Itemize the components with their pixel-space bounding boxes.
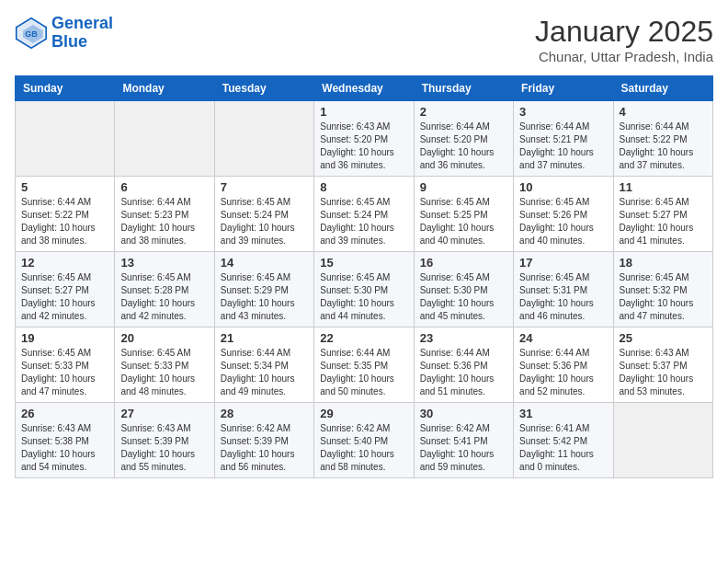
day-info: Sunrise: 6:43 AM Sunset: 5:37 PM Dayligh… bbox=[620, 347, 707, 398]
day-info: Sunrise: 6:45 AM Sunset: 5:29 PM Dayligh… bbox=[221, 271, 308, 323]
calendar-cell: 5Sunrise: 6:44 AM Sunset: 5:22 PM Daylig… bbox=[16, 177, 115, 252]
day-info: Sunrise: 6:41 AM Sunset: 5:42 PM Dayligh… bbox=[519, 422, 607, 474]
page-header: GB General Blue January 2025 Chunar, Utt… bbox=[15, 15, 713, 64]
calendar-cell: 10Sunrise: 6:45 AM Sunset: 5:26 PM Dayli… bbox=[514, 177, 613, 252]
day-number: 17 bbox=[519, 256, 607, 270]
day-number: 1 bbox=[320, 105, 407, 119]
day-info: Sunrise: 6:45 AM Sunset: 5:26 PM Dayligh… bbox=[519, 196, 607, 247]
calendar-header-row: SundayMondayTuesdayWednesdayThursdayFrid… bbox=[16, 76, 713, 101]
day-number: 30 bbox=[420, 407, 507, 420]
calendar-cell: 9Sunrise: 6:45 AM Sunset: 5:25 PM Daylig… bbox=[414, 177, 513, 252]
day-info: Sunrise: 6:45 AM Sunset: 5:31 PM Dayligh… bbox=[519, 271, 607, 323]
day-info: Sunrise: 6:45 AM Sunset: 5:25 PM Dayligh… bbox=[420, 196, 507, 247]
calendar-cell: 28Sunrise: 6:42 AM Sunset: 5:39 PM Dayli… bbox=[214, 403, 313, 478]
day-info: Sunrise: 6:44 AM Sunset: 5:20 PM Dayligh… bbox=[420, 121, 507, 172]
day-info: Sunrise: 6:44 AM Sunset: 5:36 PM Dayligh… bbox=[519, 347, 607, 398]
calendar-cell: 14Sunrise: 6:45 AM Sunset: 5:29 PM Dayli… bbox=[214, 252, 313, 327]
day-number: 31 bbox=[519, 407, 607, 420]
logo: GB General Blue bbox=[15, 15, 113, 52]
calendar-cell bbox=[214, 101, 313, 177]
calendar-week-row: 19Sunrise: 6:45 AM Sunset: 5:33 PM Dayli… bbox=[16, 327, 713, 403]
calendar-cell bbox=[613, 403, 712, 478]
calendar-cell: 13Sunrise: 6:45 AM Sunset: 5:28 PM Dayli… bbox=[115, 252, 214, 327]
day-number: 2 bbox=[420, 105, 507, 119]
day-info: Sunrise: 6:45 AM Sunset: 5:32 PM Dayligh… bbox=[620, 271, 707, 323]
day-number: 27 bbox=[120, 407, 208, 420]
calendar-cell: 26Sunrise: 6:43 AM Sunset: 5:38 PM Dayli… bbox=[16, 403, 115, 478]
day-info: Sunrise: 6:45 AM Sunset: 5:33 PM Dayligh… bbox=[120, 347, 208, 398]
day-info: Sunrise: 6:45 AM Sunset: 5:24 PM Dayligh… bbox=[320, 196, 407, 247]
calendar-cell: 1Sunrise: 6:43 AM Sunset: 5:20 PM Daylig… bbox=[314, 101, 414, 177]
day-number: 23 bbox=[420, 331, 507, 345]
calendar-cell: 19Sunrise: 6:45 AM Sunset: 5:33 PM Dayli… bbox=[16, 327, 115, 403]
day-number: 6 bbox=[120, 180, 208, 194]
day-header-saturday: Saturday bbox=[613, 76, 712, 101]
title-block: January 2025 Chunar, Uttar Pradesh, Indi… bbox=[535, 15, 713, 64]
calendar-cell: 22Sunrise: 6:44 AM Sunset: 5:35 PM Dayli… bbox=[314, 327, 414, 403]
calendar-cell: 11Sunrise: 6:45 AM Sunset: 5:27 PM Dayli… bbox=[613, 177, 712, 252]
calendar-cell: 15Sunrise: 6:45 AM Sunset: 5:30 PM Dayli… bbox=[314, 252, 414, 327]
calendar-cell: 2Sunrise: 6:44 AM Sunset: 5:20 PM Daylig… bbox=[414, 101, 513, 177]
day-info: Sunrise: 6:43 AM Sunset: 5:39 PM Dayligh… bbox=[120, 422, 208, 474]
day-info: Sunrise: 6:44 AM Sunset: 5:21 PM Dayligh… bbox=[519, 121, 607, 172]
day-number: 26 bbox=[21, 407, 108, 420]
day-number: 4 bbox=[620, 105, 707, 119]
calendar-table: SundayMondayTuesdayWednesdayThursdayFrid… bbox=[15, 75, 713, 478]
day-header-sunday: Sunday bbox=[16, 76, 115, 101]
day-info: Sunrise: 6:42 AM Sunset: 5:39 PM Dayligh… bbox=[221, 422, 308, 474]
day-number: 13 bbox=[120, 256, 208, 270]
day-info: Sunrise: 6:44 AM Sunset: 5:34 PM Dayligh… bbox=[221, 347, 308, 398]
calendar-cell: 17Sunrise: 6:45 AM Sunset: 5:31 PM Dayli… bbox=[514, 252, 613, 327]
calendar-cell: 7Sunrise: 6:45 AM Sunset: 5:24 PM Daylig… bbox=[214, 177, 313, 252]
day-header-friday: Friday bbox=[514, 76, 613, 101]
day-number: 15 bbox=[320, 256, 407, 270]
day-info: Sunrise: 6:45 AM Sunset: 5:28 PM Dayligh… bbox=[120, 271, 208, 323]
calendar-cell: 21Sunrise: 6:44 AM Sunset: 5:34 PM Dayli… bbox=[214, 327, 313, 403]
calendar-week-row: 26Sunrise: 6:43 AM Sunset: 5:38 PM Dayli… bbox=[16, 403, 713, 478]
logo-icon: GB bbox=[15, 17, 48, 50]
day-number: 5 bbox=[21, 180, 108, 194]
month-title: January 2025 bbox=[535, 15, 713, 49]
day-number: 9 bbox=[420, 180, 507, 194]
day-info: Sunrise: 6:44 AM Sunset: 5:23 PM Dayligh… bbox=[120, 196, 208, 247]
day-number: 24 bbox=[519, 331, 607, 345]
logo-line1: General bbox=[51, 14, 113, 32]
day-info: Sunrise: 6:43 AM Sunset: 5:20 PM Dayligh… bbox=[320, 121, 407, 172]
calendar-cell: 20Sunrise: 6:45 AM Sunset: 5:33 PM Dayli… bbox=[115, 327, 214, 403]
day-number: 3 bbox=[519, 105, 607, 119]
day-number: 22 bbox=[320, 331, 407, 345]
calendar-cell: 3Sunrise: 6:44 AM Sunset: 5:21 PM Daylig… bbox=[514, 101, 613, 177]
day-info: Sunrise: 6:44 AM Sunset: 5:22 PM Dayligh… bbox=[620, 121, 707, 172]
day-info: Sunrise: 6:44 AM Sunset: 5:35 PM Dayligh… bbox=[320, 347, 407, 398]
svg-text:GB: GB bbox=[25, 29, 38, 38]
day-number: 29 bbox=[320, 407, 407, 420]
calendar-cell: 29Sunrise: 6:42 AM Sunset: 5:40 PM Dayli… bbox=[314, 403, 414, 478]
calendar-cell: 24Sunrise: 6:44 AM Sunset: 5:36 PM Dayli… bbox=[514, 327, 613, 403]
calendar-cell: 27Sunrise: 6:43 AM Sunset: 5:39 PM Dayli… bbox=[115, 403, 214, 478]
day-header-thursday: Thursday bbox=[414, 76, 513, 101]
day-number: 21 bbox=[221, 331, 308, 345]
calendar-cell: 25Sunrise: 6:43 AM Sunset: 5:37 PM Dayli… bbox=[613, 327, 712, 403]
day-number: 11 bbox=[620, 180, 707, 194]
day-number: 28 bbox=[221, 407, 308, 420]
day-header-monday: Monday bbox=[115, 76, 214, 101]
day-number: 16 bbox=[420, 256, 507, 270]
day-info: Sunrise: 6:42 AM Sunset: 5:41 PM Dayligh… bbox=[420, 422, 507, 474]
calendar-week-row: 12Sunrise: 6:45 AM Sunset: 5:27 PM Dayli… bbox=[16, 252, 713, 327]
day-number: 18 bbox=[620, 256, 707, 270]
day-number: 12 bbox=[21, 256, 108, 270]
calendar-cell: 18Sunrise: 6:45 AM Sunset: 5:32 PM Dayli… bbox=[613, 252, 712, 327]
day-info: Sunrise: 6:44 AM Sunset: 5:36 PM Dayligh… bbox=[420, 347, 507, 398]
day-number: 8 bbox=[320, 180, 407, 194]
calendar-cell: 8Sunrise: 6:45 AM Sunset: 5:24 PM Daylig… bbox=[314, 177, 414, 252]
calendar-cell: 16Sunrise: 6:45 AM Sunset: 5:30 PM Dayli… bbox=[414, 252, 513, 327]
calendar-cell bbox=[16, 101, 115, 177]
day-header-wednesday: Wednesday bbox=[314, 76, 414, 101]
calendar-cell: 12Sunrise: 6:45 AM Sunset: 5:27 PM Dayli… bbox=[16, 252, 115, 327]
day-number: 25 bbox=[620, 331, 707, 345]
day-info: Sunrise: 6:45 AM Sunset: 5:24 PM Dayligh… bbox=[221, 196, 308, 247]
calendar-cell: 31Sunrise: 6:41 AM Sunset: 5:42 PM Dayli… bbox=[514, 403, 613, 478]
day-number: 10 bbox=[519, 180, 607, 194]
calendar-cell: 30Sunrise: 6:42 AM Sunset: 5:41 PM Dayli… bbox=[414, 403, 513, 478]
day-header-tuesday: Tuesday bbox=[214, 76, 313, 101]
